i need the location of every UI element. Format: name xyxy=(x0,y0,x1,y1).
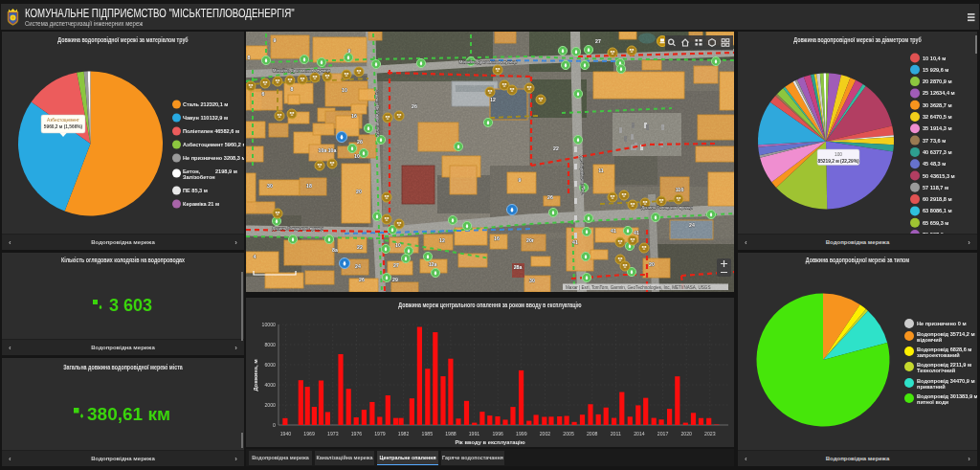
svg-text:8000: 8000 xyxy=(264,342,276,347)
svg-text:Сталь 212320,1 м: Сталь 212320,1 м xyxy=(183,101,228,107)
svg-text:70 327,9 м: 70 327,9 м xyxy=(923,232,948,234)
svg-text:0: 0 xyxy=(273,422,276,428)
svg-text:2000: 2000 xyxy=(264,402,276,408)
svg-text:Чавун 110132,9 м: Чавун 110132,9 м xyxy=(183,115,228,121)
svg-text:ПЕ 85,3 м: ПЕ 85,3 м xyxy=(183,188,208,193)
svg-text:32 6470,5 м: 32 6470,5 м xyxy=(923,114,952,120)
svg-text:2017: 2017 xyxy=(657,431,669,436)
svg-text:50 43615,3 м: 50 43615,3 м xyxy=(923,173,955,179)
svg-text:1999: 1999 xyxy=(516,431,527,436)
svg-text:30 3628,7 м: 30 3628,7 м xyxy=(923,102,952,108)
svg-text:Технологічний: Технологічний xyxy=(917,368,956,373)
svg-text:2002: 2002 xyxy=(540,431,551,436)
svg-text:запроектований: запроектований xyxy=(917,352,960,358)
svg-text:1976: 1976 xyxy=(351,431,363,436)
svg-text:10000: 10000 xyxy=(262,322,277,327)
svg-text:Рік вводу в експлуатацію: Рік вводу в експлуатацію xyxy=(455,439,524,445)
svg-text:57 118,7 м: 57 118,7 м xyxy=(923,185,948,190)
svg-text:10 10,4 м: 10 10,4 м xyxy=(923,56,946,61)
svg-text:Кераміка 21 м: Кераміка 21 м xyxy=(183,201,219,207)
svg-text:1988: 1988 xyxy=(445,431,457,436)
svg-text:Азбестоцемент: Азбестоцемент xyxy=(47,118,80,123)
svg-text:85219,2 м (22,29%): 85219,2 м (22,29%) xyxy=(817,159,858,164)
svg-text:2011: 2011 xyxy=(611,431,621,436)
svg-text:2020: 2020 xyxy=(680,431,692,436)
svg-text:5960,2 м (1,566%): 5960,2 м (1,566%) xyxy=(44,124,83,129)
svg-text:35 1914,3 м: 35 1914,3 м xyxy=(923,125,952,131)
svg-text:Поліетилен 46582,6 м: Поліетилен 46582,6 м xyxy=(183,128,239,134)
svg-text:20 2870,9 м: 20 2870,9 м xyxy=(923,78,952,84)
svg-text:1996: 1996 xyxy=(492,431,503,436)
svg-text:приватний: приватний xyxy=(917,384,946,390)
svg-text:1969: 1969 xyxy=(303,431,315,436)
svg-text:6000: 6000 xyxy=(264,362,276,368)
svg-text:25 12634,4 м: 25 12634,4 м xyxy=(923,90,955,96)
svg-text:60 2918,8 м: 60 2918,8 м xyxy=(923,196,952,202)
svg-text:4000: 4000 xyxy=(264,382,276,388)
svg-text:63 8086,1 м: 63 8086,1 м xyxy=(923,208,952,213)
svg-text:Не призначено 3208,3 м: Не призначено 3208,3 м xyxy=(183,155,244,161)
svg-text:100: 100 xyxy=(835,152,842,157)
svg-text:питної води: питної води xyxy=(917,399,949,405)
svg-text:1940: 1940 xyxy=(280,431,292,436)
svg-text:2023: 2023 xyxy=(704,431,716,436)
svg-text:2005: 2005 xyxy=(563,431,574,436)
svg-text:45 48,3 м: 45 48,3 м xyxy=(923,161,946,167)
svg-text:65 659,3 м: 65 659,3 м xyxy=(923,220,948,226)
svg-text:1979: 1979 xyxy=(374,431,386,436)
svg-text:15 929,6 м: 15 929,6 м xyxy=(923,67,948,73)
svg-text:1973: 1973 xyxy=(327,431,339,436)
svg-text:1985: 1985 xyxy=(422,431,434,436)
svg-text:Залізобетон: Залізобетон xyxy=(183,174,215,180)
svg-text:відомчий: відомчий xyxy=(917,337,943,343)
svg-text:40 6377,3 м: 40 6377,3 м xyxy=(923,149,952,155)
svg-text:1991: 1991 xyxy=(469,431,480,436)
svg-text:37 73,6 м: 37 73,6 м xyxy=(923,138,946,144)
svg-text:Не призначено 0 м: Не призначено 0 м xyxy=(917,321,967,326)
svg-text:2014: 2014 xyxy=(634,431,645,436)
svg-text:Довжина, м: Довжина, м xyxy=(253,359,258,391)
svg-text:1982: 1982 xyxy=(398,431,410,436)
svg-text:2008: 2008 xyxy=(587,431,598,436)
svg-text:Азбестоцемент 5960,2 м: Азбестоцемент 5960,2 м xyxy=(183,142,244,147)
